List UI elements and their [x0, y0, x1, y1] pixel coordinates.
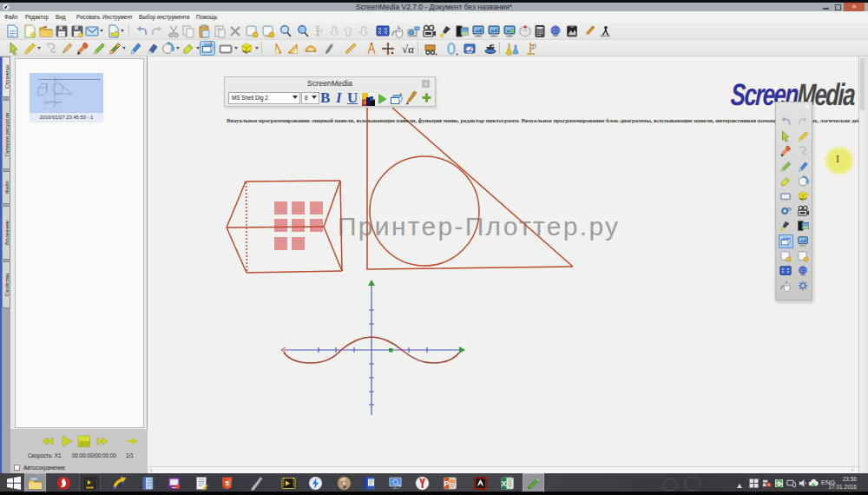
svg-text:X: X [501, 479, 506, 488]
svg-text:√α: √α [402, 43, 415, 56]
svg-text:5: 5 [225, 479, 229, 487]
svg-text:P: P [444, 479, 449, 488]
